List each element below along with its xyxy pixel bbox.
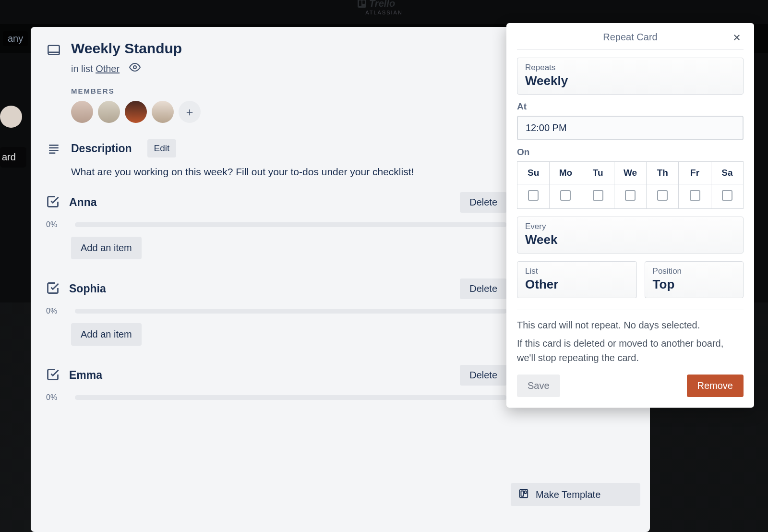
checklist-name[interactable]: Sophia (69, 282, 450, 295)
in-list-link[interactable]: Other (96, 63, 120, 74)
day-header: Fr (679, 162, 711, 184)
checklist-name[interactable]: Emma (69, 369, 450, 382)
description-body[interactable]: What are you working on this week? Fill … (71, 166, 507, 178)
svg-rect-2 (362, 0, 365, 4)
delete-checklist-button[interactable]: Delete (460, 192, 507, 213)
brand-subname: ATLASSIAN (365, 10, 403, 15)
top-bar: Trello ATLASSIAN (0, 0, 768, 23)
popover-title: Repeat Card (603, 32, 657, 42)
every-field[interactable]: Every Week (517, 217, 744, 254)
list-value: Other (525, 277, 629, 292)
card-icon (46, 42, 61, 58)
make-template-button[interactable]: Make Template (511, 483, 640, 506)
member-avatar[interactable] (152, 101, 174, 123)
delete-checklist-button[interactable]: Delete (460, 365, 507, 386)
day-header: Tu (582, 162, 614, 184)
day-checkbox-su[interactable] (528, 190, 539, 201)
repeat-card-popover: Repeat Card Repeats Weekly At On Su Mo T… (506, 23, 754, 408)
day-header: Su (517, 162, 550, 184)
svg-rect-1 (359, 0, 361, 6)
side-avatar (0, 106, 22, 128)
watch-icon[interactable] (129, 64, 141, 75)
checklist: Emma Delete 0% (46, 365, 507, 402)
checklist: Anna Delete 0% Add an item (46, 192, 507, 259)
remove-button[interactable]: Remove (687, 375, 744, 397)
edit-description-button[interactable]: Edit (147, 139, 177, 157)
day-header: Sa (711, 162, 743, 184)
svg-rect-0 (358, 0, 366, 8)
repeat-warning-2: If this card is deleted or moved to anot… (517, 336, 744, 365)
repeat-warning-1: This card will not repeat. No days selec… (517, 318, 744, 332)
every-label: Every (525, 222, 735, 231)
card-subtitle: in list Other (71, 61, 182, 75)
on-label: On (517, 147, 744, 157)
repeats-value: Weekly (525, 73, 735, 88)
day-header: Th (647, 162, 679, 184)
progress-bar (75, 309, 507, 314)
day-checkbox-mo[interactable] (560, 190, 571, 201)
breadcrumb-fragment: any (3, 31, 28, 46)
list-field[interactable]: List Other (517, 261, 637, 298)
position-value: Top (653, 277, 735, 292)
description-icon (46, 142, 61, 155)
progress-bar (75, 222, 507, 227)
day-checkbox-sa[interactable] (722, 190, 732, 201)
save-button[interactable]: Save (517, 375, 560, 397)
make-template-label: Make Template (536, 489, 600, 500)
member-avatar[interactable] (98, 101, 120, 123)
day-checkbox-we[interactable] (625, 190, 636, 201)
progress-percent: 0% (46, 307, 66, 315)
in-list-prefix: in list (71, 63, 96, 74)
divider (517, 310, 744, 310)
repeats-field[interactable]: Repeats Weekly (517, 58, 744, 95)
position-field[interactable]: Position Top (645, 261, 744, 298)
member-avatar[interactable] (71, 101, 93, 123)
delete-checklist-button[interactable]: Delete (460, 278, 507, 299)
time-input[interactable] (517, 116, 744, 140)
every-value: Week (525, 232, 735, 247)
progress-percent: 0% (46, 393, 66, 402)
add-item-button[interactable]: Add an item (71, 323, 142, 346)
at-label: At (517, 101, 744, 112)
position-label: Position (653, 266, 735, 276)
day-header: We (614, 162, 646, 184)
svg-rect-13 (525, 491, 527, 494)
svg-rect-12 (521, 491, 524, 496)
days-table: Su Mo Tu We Th Fr Sa (517, 161, 744, 209)
template-icon (518, 488, 529, 501)
svg-point-6 (133, 66, 136, 69)
svg-text:Trello: Trello (369, 0, 395, 9)
add-item-button[interactable]: Add an item (71, 237, 142, 259)
repeats-label: Repeats (525, 63, 735, 73)
description-heading: Description (71, 142, 132, 155)
progress-bar (75, 395, 507, 400)
checklist-icon (46, 281, 60, 297)
day-checkbox-fr[interactable] (690, 190, 700, 201)
checklist-name[interactable]: Anna (69, 196, 450, 209)
checklist-icon (46, 195, 60, 210)
add-member-button[interactable]: ＋ (179, 101, 201, 123)
progress-percent: 0% (46, 220, 66, 229)
list-label: List (525, 266, 629, 276)
member-avatar[interactable] (125, 101, 147, 123)
day-checkbox-tu[interactable] (593, 190, 603, 201)
brand-logo: Trello ATLASSIAN (358, 0, 410, 15)
checklist-icon (46, 368, 60, 383)
day-header: Mo (550, 162, 582, 184)
card-fragment: ard (0, 147, 26, 168)
close-icon[interactable] (730, 31, 744, 44)
svg-rect-4 (48, 46, 59, 55)
card-title: Weekly Standup (71, 40, 182, 57)
checklist: Sophia Delete 0% Add an item (46, 278, 507, 346)
day-checkbox-th[interactable] (657, 190, 668, 201)
